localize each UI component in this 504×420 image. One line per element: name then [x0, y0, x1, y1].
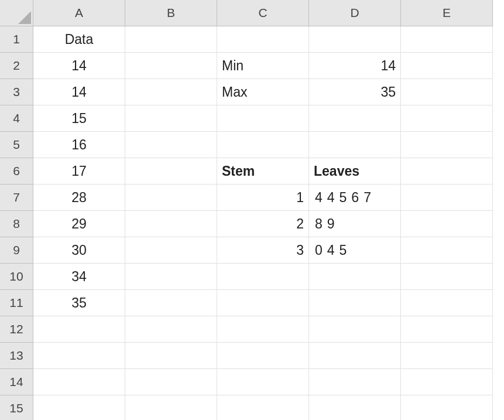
row-header-2[interactable]: 2 [0, 53, 33, 79]
cell-A9[interactable]: 30 [33, 237, 125, 264]
cell-D7[interactable]: 44567 [309, 185, 401, 211]
cell-E6[interactable] [401, 158, 493, 185]
row-header-3[interactable]: 3 [0, 79, 33, 105]
cell-C5[interactable] [217, 132, 309, 158]
cell-D12[interactable] [309, 316, 401, 343]
cell-D4[interactable] [309, 105, 401, 132]
row-header-6[interactable]: 6 [0, 158, 33, 185]
cell-E5[interactable] [401, 132, 493, 158]
cell-A3[interactable]: 14 [33, 79, 125, 105]
cell-C15[interactable] [217, 395, 309, 420]
cell-E4[interactable] [401, 105, 493, 132]
cell-C9[interactable]: 3 [217, 237, 309, 264]
cell-B9[interactable] [125, 237, 217, 264]
cell-D8[interactable]: 89 [309, 211, 401, 237]
cell-E10[interactable] [401, 264, 493, 290]
cell-A5[interactable]: 16 [33, 132, 125, 158]
cell-A10[interactable]: 34 [33, 264, 125, 290]
cell-A13[interactable] [33, 343, 125, 369]
cell-B4[interactable] [125, 105, 217, 132]
cell-E8[interactable] [401, 211, 493, 237]
cell-A15[interactable] [33, 395, 125, 420]
row-header-15[interactable]: 15 [0, 395, 33, 420]
column-header-C[interactable]: C [217, 0, 309, 26]
cell-A11[interactable]: 35 [33, 290, 125, 316]
cell-A2[interactable]: 14 [33, 53, 125, 79]
cell-E15[interactable] [401, 395, 493, 420]
cell-D10[interactable] [309, 264, 401, 290]
cell-C13[interactable] [217, 343, 309, 369]
cell-C11[interactable] [217, 290, 309, 316]
column-header-E[interactable]: E [401, 0, 493, 26]
cell-C10[interactable] [217, 264, 309, 290]
select-all-corner[interactable] [0, 0, 33, 26]
cell-C7[interactable]: 1 [217, 185, 309, 211]
cell-C8[interactable]: 2 [217, 211, 309, 237]
cell-D1[interactable] [309, 26, 401, 53]
cell-E2[interactable] [401, 53, 493, 79]
cell-D13[interactable] [309, 343, 401, 369]
cell-D3[interactable]: 35 [309, 79, 401, 105]
cell-B14[interactable] [125, 369, 217, 395]
cell-E13[interactable] [401, 343, 493, 369]
cell-A12[interactable] [33, 316, 125, 343]
cell-B10[interactable] [125, 264, 217, 290]
row-header-4[interactable]: 4 [0, 105, 33, 132]
cell-A1[interactable]: Data [33, 26, 125, 53]
cell-E1[interactable] [401, 26, 493, 53]
cell-D9[interactable]: 045 [309, 237, 401, 264]
cell-E11[interactable] [401, 290, 493, 316]
cell-D6[interactable]: Leaves [309, 158, 401, 185]
row-header-12[interactable]: 12 [0, 316, 33, 343]
cell-C14[interactable] [217, 369, 309, 395]
row-header-7[interactable]: 7 [0, 185, 33, 211]
cell-C2[interactable]: Min [217, 53, 309, 79]
row-header-8[interactable]: 8 [0, 211, 33, 237]
cell-C3[interactable]: Max [217, 79, 309, 105]
cell-E7[interactable] [401, 185, 493, 211]
cell-B6[interactable] [125, 158, 217, 185]
cell-D15[interactable] [309, 395, 401, 420]
cell-B7[interactable] [125, 185, 217, 211]
cell-A7[interactable]: 28 [33, 185, 125, 211]
row-header-9[interactable]: 9 [0, 237, 33, 264]
cell-D11[interactable] [309, 290, 401, 316]
row-header-1[interactable]: 1 [0, 26, 33, 53]
cell-B8[interactable] [125, 211, 217, 237]
row-header-14[interactable]: 14 [0, 369, 33, 395]
cell-C6[interactable]: Stem [217, 158, 309, 185]
cell-D14[interactable] [309, 369, 401, 395]
cell-B1[interactable] [125, 26, 217, 53]
cell-E14[interactable] [401, 369, 493, 395]
cell-B2[interactable] [125, 53, 217, 79]
cell-D5[interactable] [309, 132, 401, 158]
row-header-10[interactable]: 10 [0, 264, 33, 290]
cell-A6[interactable]: 17 [33, 158, 125, 185]
cell-E12[interactable] [401, 316, 493, 343]
cell-C1[interactable] [217, 26, 309, 53]
cell-A14[interactable] [33, 369, 125, 395]
cell-C12[interactable] [217, 316, 309, 343]
cell-C4[interactable] [217, 105, 309, 132]
cell-E3[interactable] [401, 79, 493, 105]
cell-A8[interactable]: 29 [33, 211, 125, 237]
cell-B3[interactable] [125, 79, 217, 105]
cell-B12[interactable] [125, 316, 217, 343]
column-header-A[interactable]: A [33, 0, 125, 26]
spreadsheet-grid[interactable]: ABCDE1Data214Min14314Max35415516617StemL… [0, 0, 504, 420]
row-header-5[interactable]: 5 [0, 132, 33, 158]
cell-B13[interactable] [125, 343, 217, 369]
cell-B15[interactable] [125, 395, 217, 420]
column-header-B[interactable]: B [125, 0, 217, 26]
cell-D2[interactable]: 14 [309, 53, 401, 79]
row-header-13[interactable]: 13 [0, 343, 33, 369]
cell-A4[interactable]: 15 [33, 105, 125, 132]
cell-B11[interactable] [125, 290, 217, 316]
column-header-D[interactable]: D [309, 0, 401, 26]
row-header-11[interactable]: 11 [0, 290, 33, 316]
cell-E9[interactable] [401, 237, 493, 264]
cell-B5[interactable] [125, 132, 217, 158]
